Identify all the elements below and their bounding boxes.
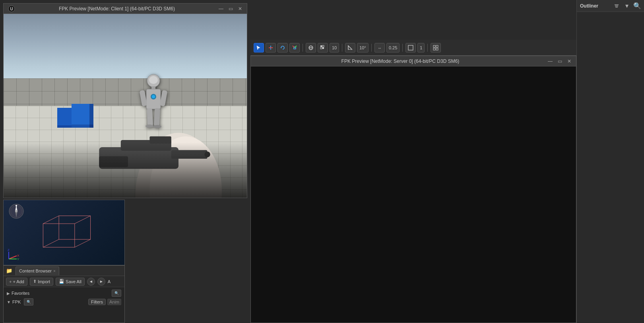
svg-point-54 bbox=[149, 76, 158, 84]
add-label: + Add bbox=[13, 279, 24, 284]
grid-snap-button[interactable] bbox=[318, 43, 328, 53]
client-window-title: FPK Preview [NetMode: Client 1] (64-bit/… bbox=[16, 6, 217, 12]
filters-button[interactable]: Filters bbox=[88, 299, 106, 305]
svg-rect-44 bbox=[433, 45, 435, 47]
layout-button[interactable] bbox=[431, 43, 441, 53]
server-maximize-button[interactable]: ▭ bbox=[556, 58, 563, 65]
fpk-row: ▼ FPK 🔍 Filters Anim bbox=[5, 298, 123, 306]
svg-rect-47 bbox=[436, 48, 438, 50]
scale-snap-value[interactable]: 0.25 bbox=[386, 43, 400, 53]
axis-indicator: X Y Z bbox=[7, 248, 21, 262]
fpk-search-button[interactable]: 🔍 bbox=[24, 298, 33, 305]
svg-rect-46 bbox=[433, 48, 435, 50]
client-close-button[interactable]: ✕ bbox=[237, 5, 244, 12]
svg-rect-40 bbox=[320, 47, 322, 49]
client-viewport-content bbox=[4, 14, 247, 198]
favorites-section[interactable]: ▶ Favorites 🔍 bbox=[5, 289, 123, 298]
save-all-label: Save All bbox=[66, 279, 81, 284]
svg-rect-38 bbox=[320, 45, 322, 47]
translate-tool-button[interactable] bbox=[266, 43, 276, 53]
filters-anim-area: Filters Anim bbox=[88, 299, 121, 305]
save-icon: 💾 bbox=[59, 279, 64, 284]
favorites-expand-icon: ▶ bbox=[7, 291, 10, 296]
scale-tool-button[interactable] bbox=[289, 43, 300, 53]
outliner-search-toggle-button[interactable]: 🔍 bbox=[634, 2, 641, 10]
svg-rect-43 bbox=[408, 45, 413, 50]
angle-snap-button[interactable] bbox=[345, 43, 355, 53]
minimap-window: X Y Z bbox=[3, 200, 125, 265]
import-icon: ⬆ bbox=[33, 279, 37, 284]
content-browser-import-button[interactable]: ⬆ Import bbox=[30, 278, 53, 286]
viewport-layout-button[interactable] bbox=[405, 43, 416, 53]
fpk-search-icon: 🔍 bbox=[27, 300, 31, 304]
svg-rect-41 bbox=[322, 47, 324, 49]
svg-line-83 bbox=[43, 239, 59, 247]
cursor-tool-button[interactable] bbox=[254, 43, 264, 53]
scale-snap-button[interactable]: ↔ bbox=[374, 43, 385, 53]
ue-logo: U bbox=[7, 4, 16, 14]
content-browser-titlebar: 📁 Content Browser × bbox=[4, 266, 124, 276]
content-browser-sidebar: ▶ Favorites 🔍 ▼ FPK 🔍 bbox=[4, 287, 124, 323]
client-titlebar-controls: — ▭ ✕ bbox=[217, 5, 244, 12]
server-window-title: FPK Preview [NetMode: Server 0] (64-bit/… bbox=[254, 58, 547, 64]
svg-line-82 bbox=[75, 216, 91, 224]
import-label: Import bbox=[38, 279, 50, 284]
svg-line-81 bbox=[43, 216, 59, 224]
toolbar-sep-5 bbox=[427, 44, 428, 52]
server-close-button[interactable]: ✕ bbox=[566, 58, 573, 65]
content-browser-save-all-button[interactable]: 💾 Save All bbox=[56, 278, 85, 286]
outliner-header: Outliner ▾ 🔍 bbox=[577, 0, 644, 12]
favorites-row-left: ▶ Favorites bbox=[7, 291, 29, 296]
rotate-tool-button[interactable] bbox=[277, 43, 288, 53]
content-browser-tab-close-button[interactable]: × bbox=[53, 269, 56, 273]
content-browser-path-label: A bbox=[108, 279, 111, 284]
minimap-wireframe bbox=[4, 200, 124, 265]
client-minimize-button[interactable]: — bbox=[217, 5, 225, 12]
server-preview-window: FPK Preview [NetMode: Server 0] (64-bit/… bbox=[250, 56, 576, 323]
toolbar-sep-4 bbox=[402, 44, 403, 52]
client-preview-window: U FPK Preview [NetMode: Client 1] (64-bi… bbox=[3, 3, 247, 198]
svg-rect-39 bbox=[322, 45, 324, 47]
client-vignette bbox=[4, 142, 247, 198]
content-browser-tab[interactable]: Content Browser × bbox=[16, 267, 59, 275]
outliner-panel: Outliner ▾ 🔍 bbox=[576, 0, 644, 323]
world-toggle-button[interactable] bbox=[306, 43, 316, 53]
svg-text:X: X bbox=[17, 254, 19, 257]
svg-text:U: U bbox=[10, 7, 13, 11]
svg-line-85 bbox=[9, 256, 17, 259]
favorites-label: Favorites bbox=[12, 291, 29, 296]
viewport-toolbar: 10 10° ↔ 0.25 1 bbox=[250, 40, 620, 56]
favorites-search-button[interactable]: 🔍 bbox=[112, 290, 121, 297]
favorites-search-area: 🔍 bbox=[112, 290, 121, 297]
fpk-label: FPK bbox=[12, 300, 21, 304]
fpk-section: ▼ FPK 🔍 bbox=[7, 298, 33, 305]
server-minimize-button[interactable]: — bbox=[547, 58, 554, 65]
fpk-expand-icon: ▼ bbox=[7, 300, 11, 304]
outliner-title: Outliner bbox=[580, 3, 598, 9]
content-browser-add-button[interactable]: + + Add bbox=[6, 278, 27, 286]
grid-snap-value[interactable]: 10 bbox=[330, 43, 339, 53]
toolbar-sep-3 bbox=[371, 44, 372, 52]
outliner-filter-button[interactable] bbox=[613, 2, 620, 10]
minimap-content: X Y Z bbox=[4, 200, 124, 265]
angle-snap-value[interactable]: 10° bbox=[357, 43, 369, 53]
svg-rect-55 bbox=[151, 86, 155, 89]
favorites-search-icon: 🔍 bbox=[114, 291, 119, 295]
svg-text:Z: Z bbox=[8, 248, 10, 252]
add-icon: + bbox=[9, 279, 12, 284]
toolbar-sep-1 bbox=[303, 44, 303, 52]
svg-text:Y: Y bbox=[17, 257, 19, 261]
client-maximize-button[interactable]: ▭ bbox=[227, 5, 234, 12]
toolbar-sep-2 bbox=[342, 44, 342, 52]
content-browser-tab-label: Content Browser bbox=[19, 269, 52, 273]
anim-field[interactable]: Anim bbox=[107, 299, 121, 305]
content-browser-forward-button[interactable]: ► bbox=[97, 278, 105, 286]
outliner-options-button[interactable]: ▾ bbox=[623, 2, 630, 10]
server-titlebar: FPK Preview [NetMode: Server 0] (64-bit/… bbox=[251, 56, 576, 66]
viewport-num-value[interactable]: 1 bbox=[417, 43, 425, 53]
content-browser-back-button[interactable]: ◄ bbox=[87, 278, 95, 286]
svg-text:↔: ↔ bbox=[378, 46, 382, 50]
content-browser-icon: 📁 bbox=[6, 268, 12, 274]
svg-line-84 bbox=[75, 239, 91, 247]
svg-rect-45 bbox=[436, 45, 438, 47]
